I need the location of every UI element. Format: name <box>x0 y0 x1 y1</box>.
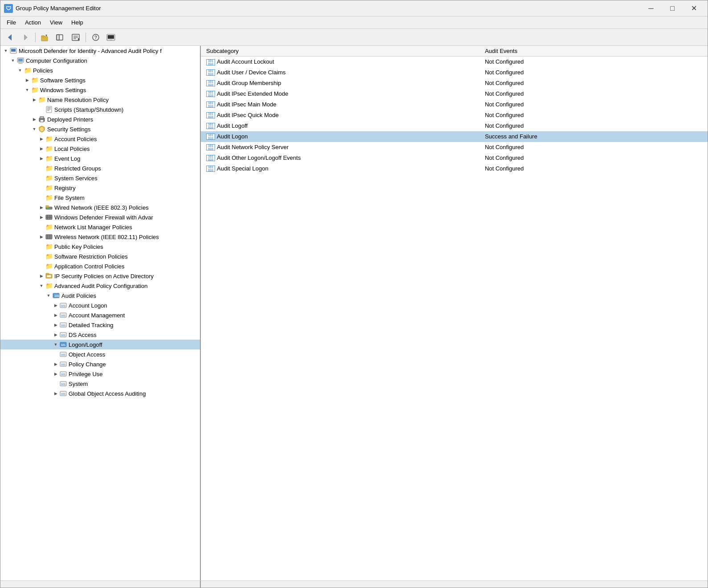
back-button[interactable] <box>3 31 17 44</box>
folder-icon-public-key: 📁 <box>45 243 53 251</box>
show-hide-button[interactable] <box>53 31 68 44</box>
tree-item-ds-access[interactable]: ▶ 101 DS Access <box>0 330 201 340</box>
right-scrollbar[interactable] <box>201 581 708 588</box>
left-scrollbar[interactable] <box>0 581 201 588</box>
expander-advanced-audit[interactable]: ▼ <box>38 282 45 289</box>
folder-up-button[interactable] <box>38 31 53 44</box>
tree-item-ip-security[interactable]: ▶ IP Security Policies on Active Directo… <box>0 271 201 281</box>
left-panel[interactable]: ▼ Microsoft Defender for Identity - Adva… <box>0 46 201 580</box>
expander-audit-policies[interactable]: ▼ <box>45 292 52 299</box>
svg-rect-28 <box>40 120 44 122</box>
tree-item-app-control[interactable]: 📁 Application Control Policies <box>0 261 201 271</box>
expander-ip-security[interactable]: ▶ <box>38 272 45 280</box>
tree-item-file-system[interactable]: 📁 File System <box>0 193 201 203</box>
expander-detailed-tracking[interactable]: ▶ <box>52 321 59 328</box>
expander-local-policies[interactable]: ▶ <box>38 145 45 152</box>
tree-item-scripts[interactable]: Scripts (Startup/Shutdown) <box>0 105 201 114</box>
tree-item-global-object[interactable]: ▶ 101 Global Object Access Auditing <box>0 389 201 398</box>
expander-account-management[interactable]: ▶ <box>52 312 59 319</box>
expander-policy-change[interactable]: ▶ <box>52 361 59 368</box>
tree-label-audit-policies: Audit Policies <box>61 292 96 299</box>
table-row[interactable]: 101010Audit Special LogonNot Configured <box>201 163 708 174</box>
tree-item-policy-change[interactable]: ▶ 101 Policy Change <box>0 359 201 369</box>
expander-account-logon[interactable]: ▶ <box>52 302 59 309</box>
table-row[interactable]: 101010Audit Network Policy ServerNot Con… <box>201 142 708 153</box>
tree-item-software-restriction[interactable]: 📁 Software Restriction Policies <box>0 251 201 261</box>
tree-item-account-policies[interactable]: ▶ 📁 Account Policies <box>0 134 201 144</box>
expander-global-object[interactable]: ▶ <box>52 390 59 397</box>
expander-deployed-printers[interactable]: ▶ <box>31 116 38 123</box>
tree-item-object-access[interactable]: 101 Object Access <box>0 349 201 359</box>
tree-item-wired-network[interactable]: ▶ Wired Network (IEEE 802.3) Policies <box>0 203 201 212</box>
help-button[interactable]: ? <box>89 31 103 44</box>
expander-wired-network[interactable]: ▶ <box>38 204 45 211</box>
menu-file[interactable]: File <box>2 17 20 28</box>
forward-button[interactable] <box>18 31 33 44</box>
menu-action[interactable]: Action <box>20 17 45 28</box>
tree-item-audit-policies[interactable]: ▼ 101 Audit Policies <box>0 291 201 300</box>
tree-item-security-settings[interactable]: ▼ Security Settings <box>0 124 201 134</box>
table-row[interactable]: 101010Audit LogonSuccess and Failure <box>201 131 708 142</box>
menu-view[interactable]: View <box>45 17 67 28</box>
console-button[interactable] <box>104 31 118 44</box>
tree-item-system-services[interactable]: 📁 System Services <box>0 173 201 183</box>
tree-item-policies[interactable]: ▼ 📁 Policies <box>0 65 201 75</box>
tree-item-detailed-tracking[interactable]: ▶ 101 Detailed Tracking <box>0 320 201 330</box>
folder-icon-system-services: 📁 <box>45 174 53 182</box>
expander-privilege-use[interactable]: ▶ <box>52 370 59 377</box>
tree-item-privilege-use[interactable]: ▶ 101 Privilege Use <box>0 369 201 379</box>
tree-item-local-policies[interactable]: ▶ 📁 Local Policies <box>0 144 201 154</box>
tree-item-deployed-printers[interactable]: ▶ Deployed Printers <box>0 114 201 124</box>
tree-item-advanced-audit[interactable]: ▼ 📁 Advanced Audit Policy Configuration <box>0 281 201 291</box>
tree-item-windows-firewall[interactable]: ▶ Windows Defender Firewall with Advar <box>0 212 201 222</box>
tree-item-account-management[interactable]: ▶ 101 Account Management <box>0 310 201 320</box>
expander-wireless-network[interactable]: ▶ <box>38 233 45 240</box>
expander-ds-access[interactable]: ▶ <box>52 331 59 338</box>
tree-item-event-log[interactable]: ▶ 📁 Event Log <box>0 154 201 163</box>
expander-logon-logoff[interactable]: ▼ <box>52 341 59 348</box>
svg-rect-31 <box>46 206 49 207</box>
expander-name-resolution[interactable]: ▶ <box>31 96 38 103</box>
tree-item-system[interactable]: 101 System <box>0 379 201 389</box>
maximize-button[interactable]: □ <box>662 2 683 15</box>
expander-account-policies[interactable]: ▶ <box>38 135 45 142</box>
expander-policies[interactable]: ▼ <box>16 67 24 74</box>
close-button[interactable]: ✕ <box>684 2 704 15</box>
tree-item-wireless-network[interactable]: ▶ Wireless Network (IEEE 802.11) Policie… <box>0 232 201 242</box>
expander-computer-config[interactable]: ▼ <box>9 57 16 64</box>
tree-item-public-key[interactable]: 📁 Public Key Policies <box>0 242 201 251</box>
minimize-button[interactable]: ─ <box>641 2 661 15</box>
menu-help[interactable]: Help <box>67 17 88 28</box>
tree-item-account-logon[interactable]: ▶ 101 Account Logon <box>0 300 201 310</box>
tree-item-root[interactable]: ▼ Microsoft Defender for Identity - Adva… <box>0 46 201 56</box>
expander-windows-firewall[interactable]: ▶ <box>38 214 45 221</box>
table-row[interactable]: 101010Audit IPsec Main ModeNot Configure… <box>201 99 708 110</box>
audit-events-cell: Not Configured <box>480 67 708 78</box>
tree-item-restricted-groups[interactable]: 📁 Restricted Groups <box>0 163 201 173</box>
table-row[interactable]: 101010Audit IPsec Extended ModeNot Confi… <box>201 89 708 99</box>
tree-item-software-settings[interactable]: ▶ 📁 Software Settings <box>0 75 201 85</box>
table-row[interactable]: 101010Audit LogoffNot Configured <box>201 121 708 131</box>
main-window: 🛡 Group Policy Management Editor ─ □ ✕ F… <box>0 0 708 588</box>
expander-event-log[interactable]: ▶ <box>38 155 45 162</box>
table-row[interactable]: 101010Audit Other Logon/Logoff EventsNot… <box>201 153 708 163</box>
expander-root[interactable]: ▼ <box>2 47 9 54</box>
row-audit-icon: 101010 <box>206 123 215 129</box>
tree-item-name-resolution[interactable]: ▶ 📁 Name Resolution Policy <box>0 95 201 105</box>
table-row[interactable]: 101010Audit Group MembershipNot Configur… <box>201 78 708 89</box>
export-button[interactable] <box>69 31 83 44</box>
expander-software-settings[interactable]: ▶ <box>24 77 31 84</box>
tree-item-registry[interactable]: 📁 Registry <box>0 183 201 193</box>
tree-item-logon-logoff[interactable]: ▼ 101 Logon/Logoff <box>0 340 201 349</box>
right-panel[interactable]: Subcategory Audit Events 101010Audit Acc… <box>201 46 708 580</box>
expander-security-settings[interactable]: ▼ <box>31 126 38 133</box>
tree-item-computer-config[interactable]: ▼ Computer Configuration <box>0 56 201 65</box>
table-row[interactable]: 101010Audit User / Device ClaimsNot Conf… <box>201 67 708 78</box>
tree-item-windows-settings[interactable]: ▼ 📁 Windows Settings <box>0 85 201 95</box>
expander-windows-settings[interactable]: ▼ <box>24 86 31 93</box>
table-row[interactable]: 101010Audit IPsec Quick ModeNot Configur… <box>201 110 708 121</box>
tree-label-policies: Policies <box>33 67 53 74</box>
audit-events-cell: Not Configured <box>480 99 708 110</box>
table-row[interactable]: 101010Audit Account LockoutNot Configure… <box>201 57 708 67</box>
tree-item-network-list[interactable]: 📁 Network List Manager Policies <box>0 222 201 232</box>
